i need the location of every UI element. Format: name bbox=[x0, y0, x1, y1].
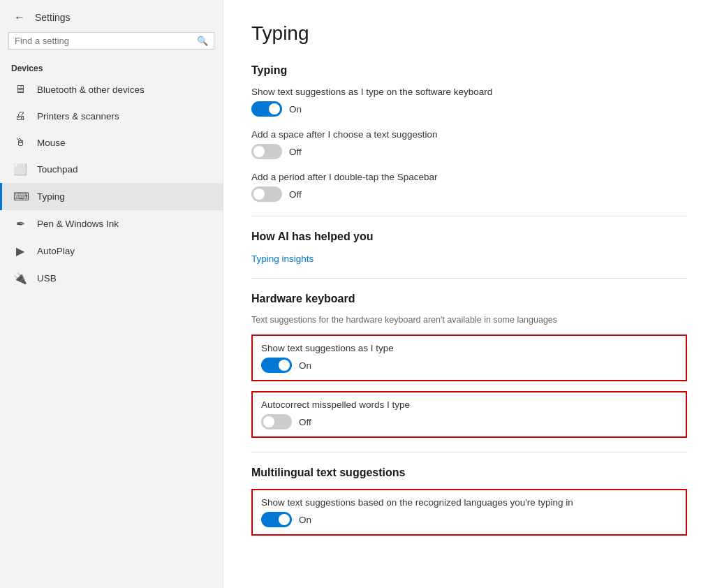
nav-list: 🖥 Bluetooth & other devices 🖨 Printers &… bbox=[0, 76, 223, 292]
autoplay-icon: ▶ bbox=[13, 244, 27, 258]
toggle-text-suggestions-hardware[interactable] bbox=[261, 358, 292, 373]
toggle-text-suggestions-software[interactable] bbox=[251, 101, 282, 117]
section-heading-hardware-section: Hardware keyboard bbox=[251, 293, 687, 305]
sidebar-item-bluetooth[interactable]: 🖥 Bluetooth & other devices bbox=[0, 76, 223, 103]
sidebar-item-pen[interactable]: ✒ Pen & Windows Ink bbox=[0, 210, 223, 237]
section-heading-ai-section: How AI has helped you bbox=[251, 230, 687, 243]
section-multilingual-section: Multilingual text suggestionsShow text s… bbox=[251, 466, 687, 536]
toggle-space-after-suggestion[interactable] bbox=[251, 144, 282, 159]
sections-container: TypingShow text suggestions as I type on… bbox=[251, 64, 687, 536]
section-divider-1 bbox=[251, 278, 687, 279]
sidebar-item-typing[interactable]: ⌨ Typing bbox=[0, 183, 223, 210]
printers-icon: 🖨 bbox=[13, 110, 27, 122]
toggle-label-multilingual-suggestions: On bbox=[299, 515, 311, 525]
sidebar-section-label: Devices bbox=[0, 58, 223, 76]
section-heading-typing-section: Typing bbox=[251, 64, 687, 77]
setting-label-space-after-suggestion: Add a space after I choose a text sugges… bbox=[251, 129, 687, 140]
setting-label-text-suggestions-software: Show text suggestions as I type on the s… bbox=[251, 87, 687, 97]
toggle-row-autocorrect-hardware: Off bbox=[261, 414, 677, 429]
search-input[interactable] bbox=[15, 36, 197, 46]
sidebar-item-label-usb: USB bbox=[37, 273, 57, 284]
toggle-autocorrect-hardware[interactable] bbox=[261, 414, 292, 429]
sidebar: ← Settings 🔍 Devices 🖥 Bluetooth & other… bbox=[0, 0, 223, 588]
toggle-row-text-suggestions-software: On bbox=[251, 101, 687, 117]
mouse-icon: 🖱 bbox=[13, 136, 27, 149]
section-typing-section: TypingShow text suggestions as I type on… bbox=[251, 64, 687, 216]
highlight-box-multilingual-suggestions: Show text suggestions based on the recog… bbox=[251, 489, 687, 536]
section-divider-0 bbox=[251, 216, 687, 216]
toggle-label-autocorrect-hardware: Off bbox=[299, 417, 311, 427]
section-hardware-section: Hardware keyboardText suggestions for th… bbox=[251, 293, 687, 453]
typing-icon: ⌨ bbox=[13, 190, 27, 203]
toggle-row-space-after-suggestion: Off bbox=[251, 144, 687, 159]
pen-icon: ✒ bbox=[13, 217, 27, 230]
bluetooth-icon: 🖥 bbox=[13, 83, 27, 96]
toggle-row-period-double-tap: Off bbox=[251, 186, 687, 202]
sidebar-item-label-touchpad: Touchpad bbox=[37, 164, 78, 175]
usb-icon: 🔌 bbox=[13, 272, 27, 285]
toggle-row-multilingual-suggestions: On bbox=[261, 512, 677, 527]
sidebar-item-label-bluetooth: Bluetooth & other devices bbox=[37, 84, 145, 95]
toggle-label-period-double-tap: Off bbox=[289, 189, 302, 200]
search-icon: 🔍 bbox=[197, 36, 208, 46]
sidebar-header: ← Settings bbox=[0, 0, 223, 32]
toggle-label-space-after-suggestion: Off bbox=[289, 147, 302, 157]
toggle-label-text-suggestions-hardware: On bbox=[299, 360, 311, 371]
toggle-period-double-tap[interactable] bbox=[251, 186, 282, 202]
section-ai-section: How AI has helped youTyping insights bbox=[251, 230, 687, 279]
setting-label-multilingual-suggestions: Show text suggestions based on the recog… bbox=[261, 497, 677, 508]
highlight-box-autocorrect-hardware: Autocorrect misspelled words I typeOff bbox=[251, 391, 687, 438]
section-heading-multilingual-section: Multilingual text suggestions bbox=[251, 466, 687, 479]
sidebar-item-autoplay[interactable]: ▶ AutoPlay bbox=[0, 237, 223, 265]
sidebar-title: Settings bbox=[35, 12, 71, 23]
touchpad-icon: ⬜ bbox=[13, 163, 27, 176]
section-description-hardware-section: Text suggestions for the hardware keyboa… bbox=[251, 315, 687, 325]
sidebar-item-label-typing: Typing bbox=[37, 191, 65, 202]
back-button[interactable]: ← bbox=[11, 10, 28, 25]
sidebar-item-label-printers: Printers & scanners bbox=[37, 111, 119, 122]
setting-label-autocorrect-hardware: Autocorrect misspelled words I type bbox=[261, 399, 677, 410]
setting-row-space-after-suggestion: Add a space after I choose a text sugges… bbox=[251, 129, 687, 159]
sidebar-item-printers[interactable]: 🖨 Printers & scanners bbox=[0, 103, 223, 129]
setting-row-text-suggestions-software: Show text suggestions as I type on the s… bbox=[251, 87, 687, 117]
toggle-row-text-suggestions-hardware: On bbox=[261, 358, 677, 373]
main-content: Typing TypingShow text suggestions as I … bbox=[223, 0, 715, 588]
sidebar-item-label-mouse: Mouse bbox=[37, 138, 66, 148]
setting-label-period-double-tap: Add a period after I double-tap the Spac… bbox=[251, 172, 687, 182]
sidebar-item-label-autoplay: AutoPlay bbox=[37, 246, 75, 256]
search-box[interactable]: 🔍 bbox=[8, 32, 214, 50]
page-title: Typing bbox=[251, 22, 687, 45]
sidebar-item-touchpad[interactable]: ⬜ Touchpad bbox=[0, 156, 223, 183]
toggle-multilingual-suggestions[interactable] bbox=[261, 512, 292, 527]
setting-row-period-double-tap: Add a period after I double-tap the Spac… bbox=[251, 172, 687, 202]
toggle-label-text-suggestions-software: On bbox=[289, 104, 302, 115]
sidebar-item-label-pen: Pen & Windows Ink bbox=[37, 219, 119, 229]
sidebar-item-mouse[interactable]: 🖱 Mouse bbox=[0, 129, 223, 156]
highlight-box-text-suggestions-hardware: Show text suggestions as I typeOn bbox=[251, 335, 687, 381]
setting-label-text-suggestions-hardware: Show text suggestions as I type bbox=[261, 343, 677, 353]
sidebar-item-usb[interactable]: 🔌 USB bbox=[0, 265, 223, 292]
section-divider-2 bbox=[251, 452, 687, 453]
typing-insights-link[interactable]: Typing insights bbox=[251, 253, 314, 264]
